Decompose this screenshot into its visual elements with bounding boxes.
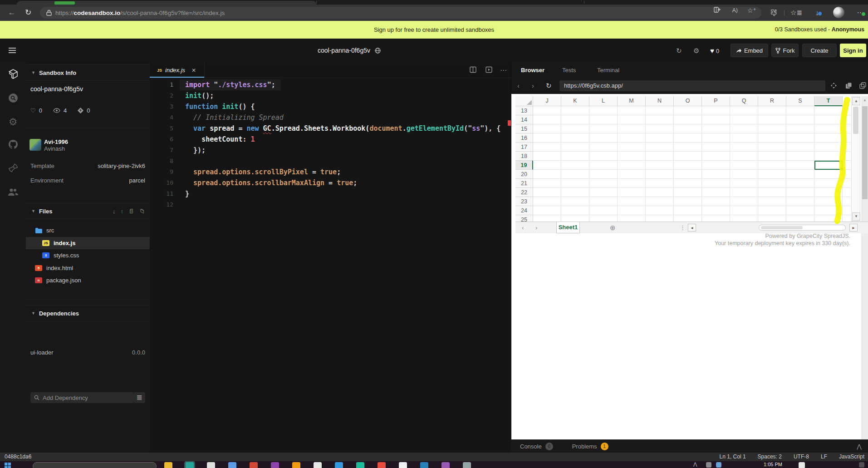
cell-J23[interactable]: [533, 197, 561, 206]
cell-L15[interactable]: [589, 124, 618, 133]
taskbar-app-icon[interactable]: [399, 462, 407, 468]
taskbar-search-box[interactable]: [33, 462, 157, 468]
file-row-styles.css[interactable]: 3styles.css: [26, 249, 150, 261]
cell-M20[interactable]: [618, 170, 646, 179]
taskbar-app-icon[interactable]: [271, 462, 279, 468]
cell-J25[interactable]: [533, 215, 561, 222]
menu-icon[interactable]: [9, 46, 16, 54]
sheet-vertical-scrollbar[interactable]: ▲ ▼: [851, 96, 860, 222]
taskbar-app-icon[interactable]: [207, 462, 215, 468]
cell-R17[interactable]: [758, 143, 786, 152]
cell-Q21[interactable]: [730, 179, 758, 188]
column-header-T[interactable]: T: [814, 96, 843, 106]
cell-L22[interactable]: [589, 188, 618, 197]
cell-Q15[interactable]: [730, 124, 758, 133]
preview-url-input[interactable]: https://0f6g5v.csb.app/: [559, 80, 825, 91]
cell-N23[interactable]: [646, 197, 674, 206]
cell-M19[interactable]: [618, 161, 646, 170]
preview-back-icon[interactable]: ‹: [517, 78, 520, 94]
notifications-icon[interactable]: [859, 462, 864, 468]
cell-S16[interactable]: [786, 133, 814, 143]
people-icon[interactable]: [0, 187, 26, 197]
column-header-M[interactable]: M: [618, 96, 646, 106]
tray-chevron-icon[interactable]: ⋀: [693, 462, 697, 467]
cell-O18[interactable]: [674, 152, 702, 161]
cell-N24[interactable]: [646, 206, 674, 215]
cell-L25[interactable]: [589, 215, 618, 222]
cell-N17[interactable]: [646, 143, 674, 152]
file-row-src[interactable]: src: [26, 224, 150, 236]
column-header-N[interactable]: N: [646, 96, 674, 106]
sandbox-cube-icon[interactable]: [0, 69, 26, 79]
line-number[interactable]: 8: [150, 156, 173, 167]
cell-R13[interactable]: [758, 106, 786, 115]
split-screen-icon[interactable]: [714, 6, 724, 14]
cell-K25[interactable]: [561, 215, 589, 222]
cell-S22[interactable]: [786, 188, 814, 197]
cell-N20[interactable]: [646, 170, 674, 179]
cell-Q25[interactable]: [730, 215, 758, 222]
cell-S13[interactable]: [786, 106, 814, 115]
cell-K15[interactable]: [561, 124, 589, 133]
refresh-sandbox-icon[interactable]: ↻: [676, 39, 682, 63]
sheet-options-icon[interactable]: ⋮: [680, 222, 686, 233]
add-sheet-icon[interactable]: ⊕: [610, 222, 616, 233]
cell-O19[interactable]: [674, 161, 702, 170]
cell-J14[interactable]: [533, 115, 561, 124]
cell-S14[interactable]: [786, 115, 814, 124]
cell-M21[interactable]: [618, 179, 646, 188]
cell-R18[interactable]: [758, 152, 786, 161]
console-tab[interactable]: Console: [520, 443, 542, 450]
cell-R24[interactable]: [758, 206, 786, 215]
line-number[interactable]: 3: [150, 101, 173, 112]
row-header-18[interactable]: 18: [515, 152, 533, 161]
cell-R21[interactable]: [758, 179, 786, 188]
taskbar-app-icon[interactable]: [228, 462, 236, 468]
settings-gear-icon[interactable]: ⚙: [693, 39, 699, 63]
next-sheet-icon[interactable]: ›: [535, 222, 537, 233]
banner-message[interactable]: Sign up for free to create unlimited san…: [0, 21, 868, 39]
cell-J17[interactable]: [533, 143, 561, 152]
column-header-L[interactable]: L: [589, 96, 618, 106]
cell-L23[interactable]: [589, 197, 618, 206]
select-all-corner[interactable]: [515, 96, 533, 106]
row-header-13[interactable]: 13: [515, 106, 533, 115]
files-section-header[interactable]: ▼ Files ↓ ↑ 📄︎ 📁︎: [26, 203, 150, 219]
read-aloud-icon[interactable]: A⟩: [730, 6, 740, 15]
cell-T20[interactable]: [814, 170, 843, 179]
cell-P24[interactable]: [702, 206, 730, 215]
add-dependency-input[interactable]: Add Dependency: [30, 392, 134, 403]
cell-R25[interactable]: [758, 215, 786, 222]
cell-J22[interactable]: [533, 188, 561, 197]
cell-T14[interactable]: [814, 115, 843, 124]
cell-P23[interactable]: [702, 197, 730, 206]
taskbar-app-icon[interactable]: [420, 462, 428, 468]
cell-T17[interactable]: [814, 143, 843, 152]
cell-P19[interactable]: [702, 161, 730, 170]
column-header-K[interactable]: K: [561, 96, 589, 106]
prev-sheet-icon[interactable]: ‹: [522, 222, 524, 233]
refresh-icon[interactable]: ↻: [22, 5, 34, 21]
cell-J21[interactable]: [533, 179, 561, 188]
column-header-Q[interactable]: Q: [730, 96, 758, 106]
row-header-17[interactable]: 17: [515, 143, 533, 152]
new-folder-icon[interactable]: 📁︎: [139, 208, 145, 215]
cell-O24[interactable]: [674, 206, 702, 215]
cell-P21[interactable]: [702, 179, 730, 188]
scrollbar-thumb[interactable]: [853, 107, 858, 134]
cell-J15[interactable]: [533, 124, 561, 133]
row-header-20[interactable]: 20: [515, 170, 533, 179]
cell-R16[interactable]: [758, 133, 786, 143]
cell-T22[interactable]: [814, 188, 843, 197]
cell-S17[interactable]: [786, 143, 814, 152]
row-header-25[interactable]: 25: [515, 215, 533, 222]
cell-L16[interactable]: [589, 133, 618, 143]
cell-O14[interactable]: [674, 115, 702, 124]
cell-O17[interactable]: [674, 143, 702, 152]
line-number[interactable]: 4: [150, 112, 173, 123]
new-file-icon[interactable]: 📄︎: [128, 208, 134, 215]
favorites-bar-icon[interactable]: ☆≣: [790, 9, 801, 17]
cell-O22[interactable]: [674, 188, 702, 197]
sheet-horizontal-scrollbar[interactable]: [759, 225, 846, 231]
line-number[interactable]: 7: [150, 145, 173, 156]
